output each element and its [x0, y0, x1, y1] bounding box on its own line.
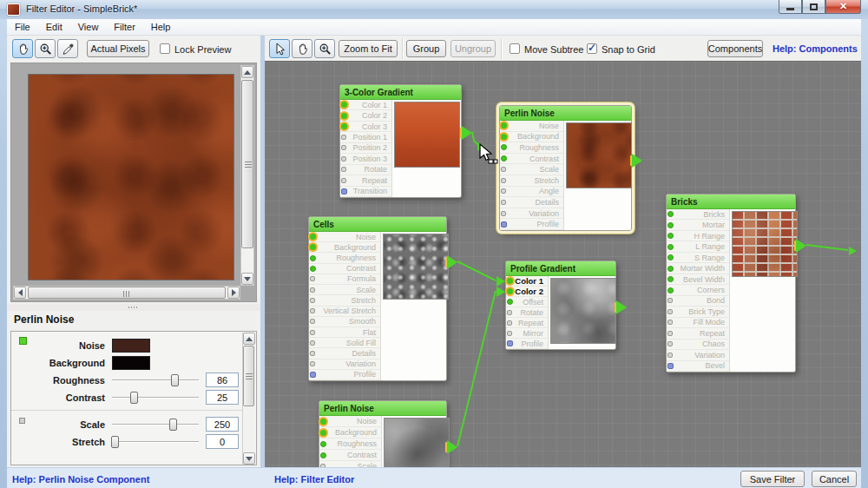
port-dot[interactable]: [341, 123, 347, 129]
zoom-tool-button[interactable]: [314, 39, 335, 58]
output-port-arrow[interactable]: [630, 154, 643, 168]
vscroll-thumb[interactable]: [241, 80, 253, 248]
node-graph-canvas[interactable]: 3-Color GradientColor 1Color 2Color 3Pos…: [265, 61, 861, 467]
snap-to-grid-checkbox[interactable]: [587, 43, 597, 54]
port-dot[interactable]: [667, 222, 674, 228]
port-dot[interactable]: [667, 244, 674, 250]
scroll-right-button[interactable]: [227, 287, 240, 299]
port-dot[interactable]: [501, 122, 507, 129]
color-swatch[interactable]: [112, 356, 150, 370]
pan-tool-button[interactable]: [12, 39, 33, 58]
port-dot[interactable]: [310, 372, 316, 378]
actual-pixels-button[interactable]: Actual Pixels: [87, 40, 149, 57]
preview-vscrollbar[interactable]: [240, 65, 254, 286]
port-dot[interactable]: [320, 441, 326, 447]
node-perlin-noise[interactable]: Perlin NoiseNoiseBackgroundRoughnessCont…: [499, 105, 632, 231]
node-bricks[interactable]: BricksBricksMortarH RangeL RangeS RangeM…: [666, 194, 796, 373]
output-port-arrow[interactable]: [794, 239, 807, 253]
port-dot[interactable]: [667, 233, 674, 239]
port-dot[interactable]: [310, 244, 316, 250]
move-subtree-checkbox[interactable]: [510, 43, 520, 54]
value-input[interactable]: 25: [206, 390, 239, 405]
close-button[interactable]: ✕: [825, 0, 861, 14]
port-dot[interactable]: [341, 113, 347, 119]
pan-tool-button[interactable]: [292, 39, 312, 58]
panel-splitter[interactable]: [7, 304, 260, 311]
help-components-link[interactable]: Help: Components: [773, 43, 858, 54]
port-dot[interactable]: [341, 188, 347, 195]
node-3-color-gradient[interactable]: 3-Color GradientColor 1Color 2Color 3Pos…: [339, 84, 462, 198]
wire-dragging[interactable]: [472, 132, 478, 145]
slider-thumb[interactable]: [130, 392, 138, 404]
zoom-to-fit-button[interactable]: Zoom to Fit: [339, 40, 398, 57]
port-dot[interactable]: [507, 288, 513, 294]
port-dot[interactable]: [501, 134, 507, 140]
lock-preview-checkbox[interactable]: [160, 43, 170, 54]
port-dot[interactable]: [507, 278, 513, 284]
hscroll-thumb[interactable]: [28, 287, 226, 299]
zoom-tool-button[interactable]: [35, 39, 56, 58]
minimize-button[interactable]: [779, 0, 802, 14]
menu-view[interactable]: View: [70, 19, 107, 36]
port-dot[interactable]: [667, 363, 674, 369]
slider[interactable]: [112, 391, 199, 405]
ungroup-button[interactable]: Ungroup: [450, 40, 496, 57]
node-cells[interactable]: CellsNoiseBackgroundRoughnessContrastFor…: [308, 216, 447, 381]
slider[interactable]: [112, 373, 199, 387]
scroll-left-button[interactable]: [14, 287, 26, 299]
group-button[interactable]: Group: [406, 40, 446, 57]
port-dot[interactable]: [507, 299, 513, 305]
slider-thumb[interactable]: [169, 419, 177, 431]
port-dot[interactable]: [320, 452, 326, 458]
cancel-button[interactable]: Cancel: [812, 471, 857, 487]
select-tool-button[interactable]: [269, 39, 290, 58]
output-port-arrow[interactable]: [615, 300, 628, 314]
scroll-down-button[interactable]: [243, 452, 255, 465]
save-filter-button[interactable]: Save Filter: [740, 471, 805, 487]
scroll-down-button[interactable]: [241, 273, 253, 285]
wire[interactable]: [457, 261, 496, 280]
wire[interactable]: [457, 291, 496, 446]
help-perlin-noise-link[interactable]: Help: Perlin Noise Component: [12, 474, 149, 485]
output-port-arrow[interactable]: [445, 440, 458, 454]
port-dot[interactable]: [320, 419, 326, 425]
eyedropper-tool-button[interactable]: [57, 39, 78, 58]
vscroll-thumb[interactable]: [243, 346, 254, 406]
slider[interactable]: [112, 418, 199, 432]
value-input[interactable]: 86: [206, 373, 239, 387]
wire[interactable]: [806, 245, 848, 250]
slider-thumb[interactable]: [171, 374, 179, 386]
help-filter-editor-link[interactable]: Help: Filter Editor: [274, 474, 354, 485]
output-port-arrow[interactable]: [445, 255, 458, 269]
port-dot[interactable]: [501, 155, 507, 162]
port-dot[interactable]: [667, 254, 674, 260]
color-swatch[interactable]: [112, 339, 150, 353]
port-dot[interactable]: [667, 211, 674, 217]
menu-edit[interactable]: Edit: [38, 19, 70, 36]
slider[interactable]: [112, 435, 199, 449]
port-dot[interactable]: [667, 287, 674, 293]
menu-filter[interactable]: Filter: [106, 19, 142, 36]
port-dot[interactable]: [667, 276, 674, 282]
node-perlin-noise[interactable]: Perlin NoiseNoiseBackgroundRoughnessCont…: [319, 400, 447, 467]
maximize-button[interactable]: [802, 0, 825, 14]
scroll-up-button[interactable]: [241, 66, 253, 78]
value-input[interactable]: 0: [206, 434, 239, 449]
node-profile-gradient[interactable]: Profile GradientColor 1Color 2OffsetRota…: [505, 260, 616, 350]
menu-help[interactable]: Help: [143, 19, 179, 36]
output-port-arrow[interactable]: [460, 126, 473, 140]
port-dot[interactable]: [310, 234, 316, 240]
scroll-up-button[interactable]: [243, 333, 255, 345]
preview-hscrollbar[interactable]: [13, 286, 240, 300]
port-dot[interactable]: [667, 266, 674, 272]
components-button[interactable]: Components: [707, 40, 763, 57]
value-input[interactable]: 250: [206, 417, 239, 432]
slider-thumb[interactable]: [111, 436, 119, 448]
properties-scrollbar[interactable]: [242, 333, 255, 465]
menu-file[interactable]: File: [7, 19, 38, 36]
port-dot[interactable]: [501, 221, 507, 228]
port-dot[interactable]: [507, 340, 513, 346]
port-dot[interactable]: [310, 266, 316, 272]
port-dot[interactable]: [341, 102, 347, 108]
port-dot[interactable]: [501, 144, 507, 150]
